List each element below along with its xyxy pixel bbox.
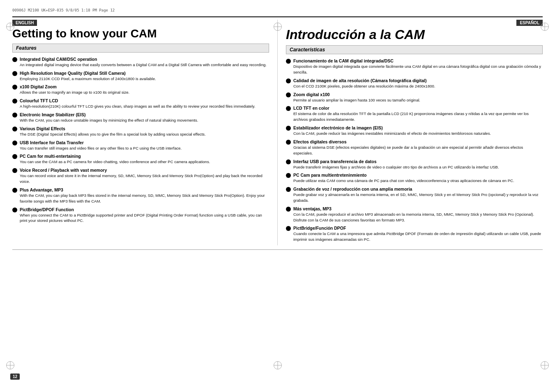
feature-desc: Cuando conecte la CAM a una impresora qu… (293, 231, 541, 242)
feature-desc: Puede transferir imágenes fijas y archiv… (293, 165, 499, 169)
bullet-icon (286, 92, 291, 97)
col-english: ENGLISH Getting to know your CAM Feature… (12, 20, 278, 245)
col-spanish: ESPAÑOL Introducción a la CAM Caracterís… (278, 20, 543, 245)
bullet-icon (286, 78, 291, 83)
feature-content: Efectos digitales diversos Gracias al si… (293, 139, 543, 156)
spanish-feature-item: Estabilizador electrónico de la imagen (… (286, 125, 543, 136)
spanish-feature-item: Grabación de voz / reproducción con una … (286, 187, 543, 203)
feature-content: Grabación de voz / reproducción con una … (293, 187, 543, 203)
spanish-feature-item: Efectos digitales diversos Gracias al si… (286, 139, 543, 156)
feature-desc: You can transfer still images and video … (20, 146, 182, 150)
bullet-icon (12, 141, 17, 145)
reg-mark-top-center (274, 23, 282, 31)
english-feature-item: Integrated Digital CAM/DSC operation An … (12, 57, 269, 68)
feature-title: USB Interface for Data Transfer (20, 140, 269, 145)
english-feature-item: Voice Record / Playback with vast memory… (12, 168, 269, 184)
bullet-icon (286, 207, 291, 212)
feature-content: PictBridge/Función DPOF Cuando conecte l… (293, 226, 543, 242)
bullet-icon (12, 99, 17, 104)
spanish-feature-item: Zoom digital x100 Permite al usuario amp… (286, 92, 543, 103)
feature-title: LCD TFT en color (293, 106, 543, 111)
bullet-icon (12, 85, 17, 90)
feature-desc: The DSE (Digital Special Effects) allows… (20, 132, 206, 136)
feature-content: Funcionamiento de la CAM digital integra… (293, 58, 543, 75)
feature-content: x100 Digital Zoom Allows the user to mag… (20, 84, 269, 95)
english-features-header: Features (12, 44, 269, 53)
spanish-features-header: Características (286, 45, 543, 54)
bullet-icon (286, 173, 291, 178)
english-feature-item: USB Interface for Data Transfer You can … (12, 140, 269, 151)
feature-desc: With the CAM, you can play back MP3 file… (20, 193, 265, 203)
spanish-feature-list: Funcionamiento de la CAM digital integra… (286, 58, 543, 242)
spanish-title: Introducción a la CAM (286, 28, 543, 42)
feature-title: Integrated Digital CAM/DSC operation (20, 57, 269, 62)
feature-content: PC Cam for multi-entertaining You can us… (20, 154, 269, 165)
bullet-icon (12, 127, 17, 131)
feature-title: Electronic Image Stabilizer (EIS) (20, 112, 269, 117)
feature-title: Colourful TFT LCD (20, 98, 269, 103)
feature-title: PC Cam para multientreteninmiento (293, 173, 543, 178)
feature-content: Interfaz USB para transferencia de datos… (293, 159, 543, 170)
spanish-feature-item: PictBridge/Función DPOF Cuando conecte l… (286, 226, 543, 242)
feature-content: Various Digital Effects The DSE (Digital… (20, 126, 269, 137)
feature-title: High Resolution Image Quality (Digital S… (20, 71, 269, 76)
feature-title: Plus Advantage, MP3 (20, 187, 269, 192)
feature-desc: When you connect the CAM to a PictBridge… (20, 213, 262, 223)
bullet-icon (12, 168, 17, 173)
page-container: 00906J M2100 UK+ESP-035 9/8/05 1:18 PM P… (0, 0, 555, 392)
feature-desc: Gracias al sistema DSE (efectos especial… (293, 145, 523, 155)
bullet-icon (286, 59, 291, 64)
feature-title: PictBridge/DPOF Function (20, 207, 269, 212)
reg-mark-bottom-right (541, 361, 549, 369)
feature-content: LCD TFT en color El sistema de color de … (293, 106, 543, 122)
feature-title: Estabilizador electrónico de la imagen (… (293, 125, 543, 130)
spanish-feature-item: Calidad de imagen de alta resolución (Cá… (286, 78, 543, 89)
bullet-icon (12, 188, 17, 193)
feature-desc: You can use the CAM as a PC camera for v… (20, 159, 210, 164)
feature-content: Integrated Digital CAM/DSC operation An … (20, 57, 269, 68)
feature-content: Estabilizador electrónico de la imagen (… (293, 125, 543, 136)
feature-desc: Con la CAM, puede reproducir el archivo … (293, 212, 534, 222)
feature-desc: Allows the user to magnify an image up t… (20, 90, 129, 95)
feature-content: Calidad de imagen de alta resolución (Cá… (293, 78, 543, 89)
english-badge: ENGLISH (12, 20, 37, 26)
bullet-icon (286, 226, 291, 231)
feature-desc: El sistema de color de alta resolución T… (293, 111, 529, 122)
feature-title: Funcionamiento de la CAM digital integra… (293, 58, 543, 63)
bullet-icon (286, 140, 291, 145)
bullet-icon (12, 71, 17, 76)
bullet-icon (12, 57, 17, 62)
feature-desc: You can record voice and store it in the… (20, 173, 263, 184)
feature-desc: Permite al usuario ampliar la imagen has… (293, 98, 420, 102)
english-feature-item: Plus Advantage, MP3 With the CAM, you ca… (12, 187, 269, 204)
feature-title: Efectos digitales diversos (293, 139, 543, 144)
feature-content: Zoom digital x100 Permite al usuario amp… (293, 92, 543, 103)
english-feature-item: PictBridge/DPOF Function When you connec… (12, 207, 269, 224)
feature-title: Más ventajas, MP3 (293, 206, 543, 211)
feature-title: Voice Record / Playback with vast memory (20, 168, 269, 173)
spanish-feature-item: LCD TFT en color El sistema de color de … (286, 106, 543, 122)
reg-mark-top-right (541, 23, 549, 31)
spanish-feature-item: PC Cam para multientreteninmiento Puede … (286, 173, 543, 184)
feature-title: Interfaz USB para transferencia de datos (293, 159, 543, 164)
top-border-line (12, 16, 543, 17)
reg-mark-top-left (6, 23, 14, 31)
feature-title: x100 Digital Zoom (20, 84, 269, 89)
feature-title: Various Digital Effects (20, 126, 269, 131)
feature-title: PictBridge/Función DPOF (293, 226, 543, 231)
feature-title: Grabación de voz / reproducción con una … (293, 187, 543, 191)
feature-desc: A high-resolution(210K) colourful TFT LC… (20, 104, 255, 108)
spanish-feature-item: Interfaz USB para transferencia de datos… (286, 159, 543, 170)
feature-desc: Dispositivo de imagen digital integrada … (293, 64, 541, 74)
feature-title: Zoom digital x100 (293, 92, 543, 97)
doc-info-text: 00906J M2100 UK+ESP-035 9/8/05 1:18 PM P… (12, 8, 115, 12)
feature-desc: Employing 2110K CCD Pixel, a maximum res… (20, 76, 156, 81)
reg-mark-bottom-left (6, 361, 14, 369)
feature-content: Voice Record / Playback with vast memory… (20, 168, 269, 184)
doc-header: 00906J M2100 UK+ESP-035 9/8/05 1:18 PM P… (12, 8, 543, 12)
english-feature-item: Electronic Image Stabilizer (EIS) With t… (12, 112, 269, 123)
english-title: Getting to know your CAM (12, 28, 269, 40)
feature-content: Electronic Image Stabilizer (EIS) With t… (20, 112, 269, 123)
spanish-badge: ESPAÑOL (516, 20, 543, 26)
feature-content: USB Interface for Data Transfer You can … (20, 140, 269, 151)
